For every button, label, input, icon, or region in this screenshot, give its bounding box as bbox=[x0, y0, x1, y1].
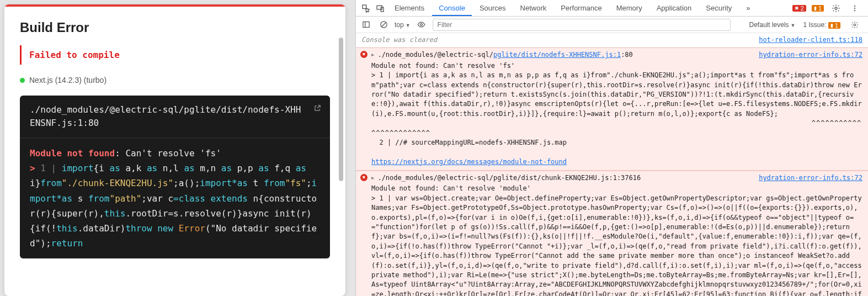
console-cleared-text: Console was cleared bbox=[361, 35, 437, 45]
chevron-down-icon: ▼ bbox=[791, 23, 796, 28]
console-toolbar: top▼ Default levels▼ 1 Issue: 1 bbox=[356, 17, 868, 33]
clear-console-icon[interactable] bbox=[377, 18, 390, 31]
settings-gear-icon[interactable] bbox=[829, 2, 843, 15]
console-row-error[interactable]: ✖ ▶ ./node_modules/@electric-sql/pglite/… bbox=[356, 47, 868, 171]
svg-point-12 bbox=[854, 24, 856, 26]
sidebar-toggle-icon[interactable] bbox=[359, 18, 372, 31]
code-path-text: ./node_modules/@electric-sql/pglite/dist… bbox=[30, 104, 301, 128]
code-content: Module not found: Can't resolve 'fs' > 1… bbox=[20, 138, 330, 258]
tabs-overflow[interactable]: » bbox=[739, 1, 757, 15]
tab-memory[interactable]: Memory bbox=[610, 1, 649, 15]
framework-meta: Next.js (14.2.3) (turbo) bbox=[20, 76, 330, 84]
svg-rect-7 bbox=[363, 22, 369, 28]
inspect-element-icon[interactable] bbox=[359, 2, 372, 15]
console-messages[interactable]: Console was cleared hot-reloader-client.… bbox=[356, 33, 868, 296]
expand-triangle-icon[interactable]: ▶ bbox=[371, 51, 374, 59]
filter-input[interactable] bbox=[433, 19, 731, 31]
module-not-found-label: Module not found bbox=[30, 148, 115, 158]
mnf-rest: : Can't resolve 'fs' bbox=[115, 148, 221, 158]
source-link[interactable]: hydration-error-info.ts:72 bbox=[759, 50, 862, 60]
svg-line-10 bbox=[381, 23, 386, 27]
devtools-panel: Elements Console Sources Network Perform… bbox=[355, 0, 868, 296]
error-count-badge[interactable]: 2 bbox=[792, 5, 806, 12]
tab-security[interactable]: Security bbox=[699, 1, 738, 15]
tab-application[interactable]: Application bbox=[650, 1, 699, 15]
error-card: Build Error Failed to compile Next.js (1… bbox=[4, 4, 345, 296]
external-link-icon[interactable] bbox=[313, 104, 321, 112]
path-link[interactable]: pglite/dist/nodefs-XHHENSNF.js:1 bbox=[493, 51, 621, 59]
gutter-marker: > bbox=[30, 163, 40, 173]
error-circle-icon: ✖ bbox=[360, 51, 368, 58]
svg-point-5 bbox=[854, 7, 855, 8]
issues-label[interactable]: 1 Issue: 1 bbox=[803, 21, 841, 29]
nextjs-error-overlay: Build Error Failed to compile Next.js (1… bbox=[0, 0, 355, 296]
docs-link[interactable]: https://nextjs.org/docs/messages/module-… bbox=[371, 158, 567, 166]
svg-point-4 bbox=[854, 5, 855, 6]
line-number: 1 bbox=[40, 163, 46, 173]
error-card-body: Build Error Failed to compile Next.js (1… bbox=[4, 7, 345, 296]
error-file-path: ./node_modules/@electric-sql/pglite/dist… bbox=[377, 50, 632, 60]
console-settings-gear-icon[interactable] bbox=[848, 18, 861, 31]
live-expression-eye-icon[interactable] bbox=[415, 18, 428, 31]
more-vertical-icon[interactable] bbox=[848, 2, 861, 15]
devtools-tabbar: Elements Console Sources Network Perform… bbox=[356, 0, 868, 17]
svg-point-11 bbox=[420, 24, 423, 26]
tab-console[interactable]: Console bbox=[432, 1, 472, 16]
pipe: | bbox=[46, 163, 62, 173]
code-file-path[interactable]: ./node_modules/@electric-sql/pglite/dist… bbox=[20, 96, 330, 138]
status-dot-icon bbox=[20, 78, 25, 83]
console-row-info: Console was cleared hot-reloader-client.… bbox=[356, 33, 868, 47]
console-row-error[interactable]: ✖ ▶ ./node_modules/@electric-sql/pglite/… bbox=[356, 171, 868, 296]
device-toolbar-icon[interactable] bbox=[374, 2, 387, 15]
scrollbar-thumb[interactable] bbox=[339, 38, 343, 181]
chevron-down-icon: ▼ bbox=[406, 23, 411, 28]
fail-banner: Failed to compile bbox=[20, 45, 330, 65]
error-circle-icon: ✖ bbox=[360, 174, 368, 181]
error-body: Module not found: Can't resolve 'module'… bbox=[371, 184, 862, 296]
error-file-path: ./node_modules/@electric-sql/pglite/dist… bbox=[377, 173, 641, 183]
svg-point-6 bbox=[854, 9, 855, 10]
fail-banner-text: Failed to compile bbox=[29, 50, 120, 60]
source-link[interactable]: hot-reloader-client.ts:118 bbox=[759, 35, 862, 45]
tab-performance[interactable]: Performance bbox=[554, 1, 608, 15]
error-body: Module not found: Can't resolve 'fs' > 1… bbox=[371, 61, 862, 167]
tab-sources[interactable]: Sources bbox=[473, 1, 513, 15]
tab-network[interactable]: Network bbox=[514, 1, 553, 15]
log-levels-selector[interactable]: Default levels▼ bbox=[749, 21, 796, 29]
tab-elements[interactable]: Elements bbox=[388, 1, 431, 15]
kw-import: import bbox=[62, 163, 94, 173]
expand-triangle-icon[interactable]: ▶ bbox=[371, 175, 374, 182]
warning-count-badge[interactable]: 1 bbox=[812, 5, 824, 12]
source-link[interactable]: hydration-error-info.ts:72 bbox=[759, 173, 862, 183]
framework-version: Next.js (14.2.3) (turbo) bbox=[29, 76, 106, 84]
code-block: ./node_modules/@electric-sql/pglite/dist… bbox=[20, 96, 330, 258]
svg-point-3 bbox=[835, 7, 837, 9]
error-title: Build Error bbox=[20, 20, 330, 35]
context-selector[interactable]: top▼ bbox=[395, 21, 411, 29]
